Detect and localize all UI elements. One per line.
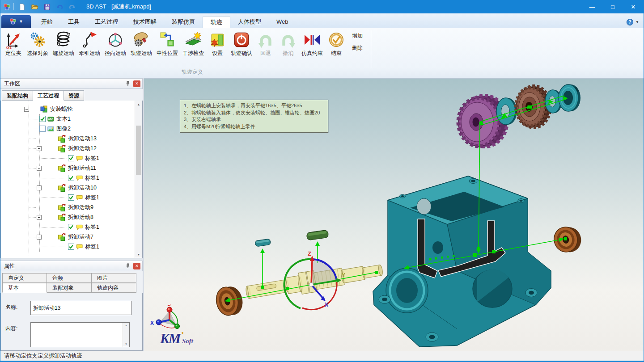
add-button[interactable]: 增加 (350, 31, 364, 41)
checkbox-checked-icon[interactable] (39, 116, 46, 122)
finish-button[interactable]: 结束 (326, 29, 347, 58)
tab-human-model[interactable]: 人体模型 (230, 16, 269, 28)
spiral-motion-button[interactable]: 螺旋运动 (51, 29, 76, 58)
locate-clamp-button[interactable]: 定位夹 (3, 29, 24, 58)
tree-scrollbar[interactable]: ▲ ▼ (135, 101, 142, 258)
tab-custom[interactable]: 自定义 (2, 273, 47, 283)
select-object-button[interactable]: 选择对象 (25, 29, 50, 58)
tree-item-label1[interactable]: 标签1 (1, 173, 142, 183)
path-flag-icon (80, 30, 98, 49)
tree-item-activity-7[interactable]: 拆卸活动7 (1, 232, 142, 242)
tab-assembly-structure[interactable]: 装配结构 (2, 90, 33, 101)
scroll-up-arrow[interactable]: ▲ (123, 323, 129, 328)
name-input[interactable] (30, 301, 131, 315)
app-menu-button[interactable]: ▼ (1, 15, 31, 28)
pin-icon[interactable] (124, 80, 131, 87)
tree-item-label1[interactable]: 标签1 (1, 222, 142, 232)
pin-icon[interactable] (124, 262, 131, 269)
tree-item-activity-12[interactable]: 拆卸活动12 (1, 143, 142, 153)
textarea-scrollbar[interactable]: ▲ ▼ (123, 323, 129, 347)
tab-tech-illustration[interactable]: 技术图解 (126, 16, 164, 28)
tree-item-activity-10[interactable]: 拆卸活动10 (1, 183, 142, 193)
tree-item-activity-9[interactable]: 拆卸活动9 (1, 202, 142, 212)
tab-assembly-simulation[interactable]: 装配仿真 (164, 16, 203, 28)
tree-collapse-toggle[interactable] (37, 166, 42, 171)
redo-button[interactable] (67, 2, 77, 12)
assembly-note[interactable]: 1、在蜗轮轴上安装轴承，再安装平键16×5、平键26×5 2、将蜗轮轴装入箱体，… (180, 100, 328, 133)
help-button[interactable] (626, 18, 634, 26)
bearing-right[interactable] (552, 224, 584, 255)
undo-step-button[interactable]: 撤消 (277, 29, 299, 58)
clamp-gear-icon (132, 30, 150, 49)
key-small-teal[interactable] (255, 239, 271, 247)
delete-button[interactable]: 删除 (350, 43, 364, 53)
tree-collapse-toggle[interactable] (37, 146, 42, 151)
tab-trajectory-content[interactable]: 轨迹内容 (92, 283, 136, 293)
settings-icon (208, 30, 226, 49)
simulation-constraint-button[interactable]: 仿真约束 (300, 29, 325, 58)
tree-collapse-toggle[interactable] (37, 185, 42, 190)
tab-picture[interactable]: 图片 (92, 273, 136, 283)
tab-trajectory[interactable]: 轨迹 (203, 16, 230, 28)
tab-start[interactable]: 开始 (34, 16, 60, 28)
tree-item-label1[interactable]: 标签1 (1, 242, 142, 252)
tree-item-label1[interactable]: 标签1 (1, 193, 142, 202)
content-textarea[interactable]: ▲ ▼ (30, 322, 130, 347)
scroll-up-arrow[interactable]: ▲ (135, 101, 142, 108)
image-icon (47, 126, 54, 132)
tab-web[interactable]: Web (269, 16, 296, 28)
close-icon[interactable]: ✕ (133, 80, 140, 87)
tab-tools[interactable]: 工具 (60, 16, 87, 28)
ring-nut[interactable] (559, 84, 580, 111)
checkbox-checked-icon[interactable] (68, 155, 74, 161)
key-large-green[interactable] (306, 230, 329, 240)
bevel-gear-brown[interactable] (516, 86, 550, 127)
open-file-button[interactable] (29, 2, 40, 12)
checkbox-unchecked-icon[interactable] (39, 126, 46, 132)
chevron-down-icon[interactable]: ▼ (636, 20, 639, 24)
maximize-button[interactable]: □ (602, 0, 623, 13)
drag-motion-button[interactable]: 牵引运动 (77, 29, 102, 58)
neutral-position-button[interactable]: 中性位置 (155, 29, 180, 58)
checkbox-checked-icon[interactable] (68, 244, 74, 250)
tree-item-image2[interactable]: 图像2 (1, 124, 142, 134)
tree-item-activity-13[interactable]: 拆卸活动13 (1, 134, 142, 143)
scroll-thumb[interactable] (136, 126, 141, 175)
tree-collapse-toggle[interactable] (37, 215, 42, 220)
tab-audio[interactable]: 音频 (47, 273, 92, 283)
gearbox-housing[interactable] (373, 176, 551, 347)
tree-item-label1[interactable]: 标签1 (1, 153, 142, 163)
trajectory-confirm-button[interactable]: 轨迹确认 (229, 29, 254, 58)
undo-button[interactable] (54, 2, 65, 12)
scroll-down-arrow[interactable]: ▼ (135, 251, 142, 258)
checkbox-checked-icon[interactable] (68, 175, 74, 181)
note-line: 1、在蜗轮轴上安装轴承，再安装平键16×5、平键26×5 (184, 102, 324, 109)
tree-collapse-toggle[interactable] (24, 107, 29, 112)
tree-item-text1[interactable]: 文本1 (1, 114, 142, 124)
confirm-icon (233, 30, 250, 49)
radial-motion-button[interactable]: 径向运动 (103, 29, 128, 58)
viewport-3d[interactable]: Z Y X (144, 78, 644, 351)
tab-process-tree[interactable]: 工艺过程 (33, 90, 64, 101)
left-dock: 工作区 ✕ 装配结构 工艺过程 资源 安装蜗轮 (0, 78, 143, 351)
tab-process[interactable]: 工艺过程 (87, 16, 126, 28)
close-icon[interactable]: ✕ (133, 263, 140, 269)
trajectory-motion-button[interactable]: 轨迹运动 (129, 29, 154, 58)
settings-button[interactable]: 设置 (207, 29, 228, 58)
tab-assembly-object[interactable]: 装配对象 (47, 283, 92, 293)
minimize-button[interactable]: — (582, 0, 602, 13)
new-document-button[interactable] (17, 2, 27, 12)
tree-item-activity-11[interactable]: 拆卸活动11 (1, 163, 142, 173)
checkbox-checked-icon[interactable] (68, 194, 74, 201)
rollback-button[interactable]: 回退 (255, 29, 276, 58)
tree-item-install-worm-gear[interactable]: 安装蜗轮 (1, 104, 142, 114)
save-button[interactable] (42, 2, 52, 12)
tab-resources[interactable]: 资源 (64, 90, 84, 101)
checkbox-checked-icon[interactable] (68, 224, 74, 230)
tree-collapse-toggle[interactable] (37, 235, 42, 240)
tab-basic[interactable]: 基本 (2, 283, 47, 293)
tree-item-activity-8[interactable]: 拆卸活动8 (1, 212, 142, 222)
interference-check-button[interactable]: 干涉检查 (181, 29, 206, 58)
scroll-down-arrow[interactable]: ▼ (123, 341, 129, 347)
close-button[interactable]: ✕ (623, 0, 644, 13)
